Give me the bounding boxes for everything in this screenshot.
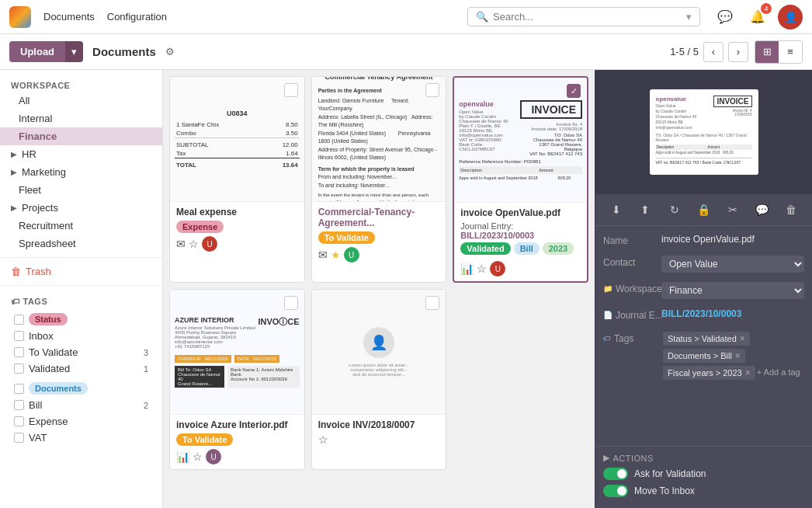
journal-link[interactable]: BILL/2023/10/0003: [661, 308, 741, 319]
sidebar-item-trash-label: Trash: [26, 266, 51, 277]
doc-check-meal-expense[interactable]: [284, 83, 298, 97]
sidebar-item-hr-label: HR: [22, 148, 36, 160]
tag-chip-close-2[interactable]: ×: [745, 367, 751, 378]
tag-validated-checkbox[interactable]: [14, 364, 24, 374]
list-view-button[interactable]: ≡: [779, 41, 802, 63]
tag-inbox-item[interactable]: Inbox: [11, 328, 151, 344]
sidebar-item-finance[interactable]: Finance: [0, 127, 162, 145]
next-page-button[interactable]: ›: [728, 42, 748, 62]
tag-expense-label: Expense: [29, 416, 68, 427]
right-panel: openvalue Open Valueby Claude CarolinCha…: [595, 70, 812, 508]
tag-bill-label: Bill: [29, 399, 42, 411]
doc-card-tenancy[interactable]: Commercial Tenancy Agreement Parties in …: [311, 76, 447, 283]
nav-icons: 💬 🔔 4 👤: [713, 5, 803, 30]
doc-check-azure[interactable]: [284, 296, 298, 310]
tag-inbox-label: Inbox: [29, 330, 54, 342]
move-to-inbox-label: Move To Inbox: [634, 485, 695, 496]
doc-check-tenancy[interactable]: [425, 83, 439, 97]
search-dropdown-icon[interactable]: ▾: [686, 11, 692, 23]
tag-validated-item[interactable]: Validated 1: [11, 360, 151, 377]
tag-documents-item[interactable]: Documents: [11, 380, 151, 397]
delete-action-btn[interactable]: 🗑: [779, 199, 803, 221]
doc-card-azure[interactable]: AZURE INTERIOR Azure Interior Solutions …: [169, 289, 305, 470]
sidebar-item-trash[interactable]: 🗑 Trash: [0, 263, 162, 280]
upload-button[interactable]: Upload: [9, 41, 65, 62]
move-to-inbox-toggle[interactable]: [603, 485, 628, 497]
sidebar-item-recruitment[interactable]: Recruitment: [0, 217, 162, 235]
comment-action-btn[interactable]: 💬: [751, 199, 774, 221]
workspace-section-title: WORKSPACE: [0, 76, 162, 92]
sidebar-item-hr[interactable]: ▶ HR: [0, 145, 162, 163]
grid-view-button[interactable]: ⊞: [755, 41, 779, 63]
ask-validation-toggle[interactable]: [603, 468, 628, 480]
download-action-btn[interactable]: ⬇: [605, 199, 628, 221]
upload-dropdown-button[interactable]: ▾: [65, 41, 83, 62]
tag-tovalidate-item[interactable]: To Validate 3: [11, 344, 151, 360]
sidebar-item-spreadsheet[interactable]: Spreadsheet: [0, 235, 162, 252]
tag-expense-checkbox[interactable]: [14, 416, 24, 426]
doc-title-tenancy: Commercial-Tenancy-Agreement...: [318, 207, 440, 228]
document-grid: U0834 1 SantaFe Chix8.50 Combo3.50 SUBTO…: [169, 76, 588, 470]
doc-check-openvalue[interactable]: ✓: [567, 84, 581, 98]
tag-vat-checkbox[interactable]: [14, 433, 24, 443]
table-icon-openvalue[interactable]: 📊: [460, 263, 474, 275]
nav-configuration[interactable]: Configuration: [107, 11, 167, 23]
email-icon-meal[interactable]: ✉: [176, 238, 186, 250]
activity-icon-btn[interactable]: 🔔 4: [745, 5, 770, 30]
split-action-btn[interactable]: ✂: [721, 199, 744, 221]
search-input[interactable]: [493, 11, 686, 23]
star-icon-azure[interactable]: ☆: [193, 451, 203, 463]
tag-chip-close-1[interactable]: ×: [735, 350, 741, 361]
doc-card-meal-expense[interactable]: U0834 1 SantaFe Chix8.50 Combo3.50 SUBTO…: [169, 76, 305, 283]
workspace-label: Workspace: [616, 282, 662, 294]
journal-label: Journal E...: [616, 308, 663, 321]
sidebar-item-internal[interactable]: Internal: [0, 110, 162, 127]
tags-container: Status > Validated × Documents > Bill × …: [661, 330, 804, 381]
tag-bill-checkbox[interactable]: [14, 400, 24, 410]
tag-expense-item[interactable]: Expense: [11, 413, 151, 430]
tag-chip-close-0[interactable]: ×: [740, 333, 745, 344]
workspace-select[interactable]: Finance: [661, 282, 804, 299]
tag-vat-item[interactable]: VAT: [11, 430, 151, 446]
tag-validated-count: 1: [144, 364, 148, 374]
chat-icon-btn[interactable]: 💬: [713, 5, 737, 30]
tag-validated-label: Validated: [29, 363, 70, 374]
sidebar-item-marketing[interactable]: ▶ Marketing: [0, 163, 162, 181]
gear-icon[interactable]: ⚙: [165, 46, 175, 57]
star-icon-meal[interactable]: ☆: [189, 238, 199, 250]
journal-entry-link[interactable]: BILL/2023/10/0003: [460, 231, 534, 240]
tag-status-item[interactable]: Status: [11, 311, 151, 328]
share-action-btn[interactable]: ⬆: [633, 199, 657, 221]
doc-card-openvalue[interactable]: openvalue Open Valueby Claude CarolinCha…: [453, 76, 588, 283]
lock-action-btn[interactable]: 🔒: [692, 199, 715, 221]
tag-tovalidate-checkbox[interactable]: [14, 347, 24, 357]
nav-documents[interactable]: Documents: [43, 11, 95, 23]
panel-info: Name invoice OpenValue.pdf Contact Open …: [595, 226, 812, 446]
prev-page-button[interactable]: ‹: [703, 42, 724, 62]
star-icon-inv[interactable]: ☆: [318, 433, 328, 446]
tag-status-checkbox[interactable]: [14, 315, 24, 325]
star-icon-tenancy[interactable]: ★: [331, 249, 341, 261]
doc-check-inv[interactable]: [425, 296, 439, 310]
sidebar-item-fleet[interactable]: Fleet: [0, 181, 162, 199]
table-icon-azure[interactable]: 📊: [176, 451, 189, 463]
tag-documents-checkbox[interactable]: [14, 384, 24, 394]
user-avatar[interactable]: 👤: [778, 5, 803, 30]
tag-chip-2: Fiscal years > 2023 ×: [663, 366, 755, 380]
doc-card-inv[interactable]: 👤 Lorem ipsum dolor sit amet... consecte…: [311, 289, 447, 470]
replace-action-btn[interactable]: ↻: [663, 199, 686, 221]
documents-badge: Documents: [29, 382, 88, 395]
tag-inbox-checkbox[interactable]: [14, 331, 24, 341]
sidebar-item-recruitment-label: Recruitment: [19, 220, 73, 231]
star-icon-openvalue[interactable]: ☆: [477, 263, 487, 275]
doc-badge-validated: Validated: [460, 242, 510, 255]
tag-chip-1: Documents > Bill ×: [663, 349, 745, 363]
document-preview: openvalue Open Valueby Claude CarolinCha…: [595, 70, 812, 194]
email-icon-tenancy[interactable]: ✉: [318, 249, 328, 261]
tag-tovalidate-count: 3: [144, 348, 148, 357]
tag-bill-item[interactable]: Bill 2: [11, 397, 151, 413]
contact-select[interactable]: Open Value: [661, 256, 804, 273]
add-tag-button[interactable]: + Add a tag: [757, 367, 800, 377]
sidebar-item-projects[interactable]: ▶ Projects: [0, 199, 162, 217]
sidebar-item-all[interactable]: All: [0, 92, 162, 110]
